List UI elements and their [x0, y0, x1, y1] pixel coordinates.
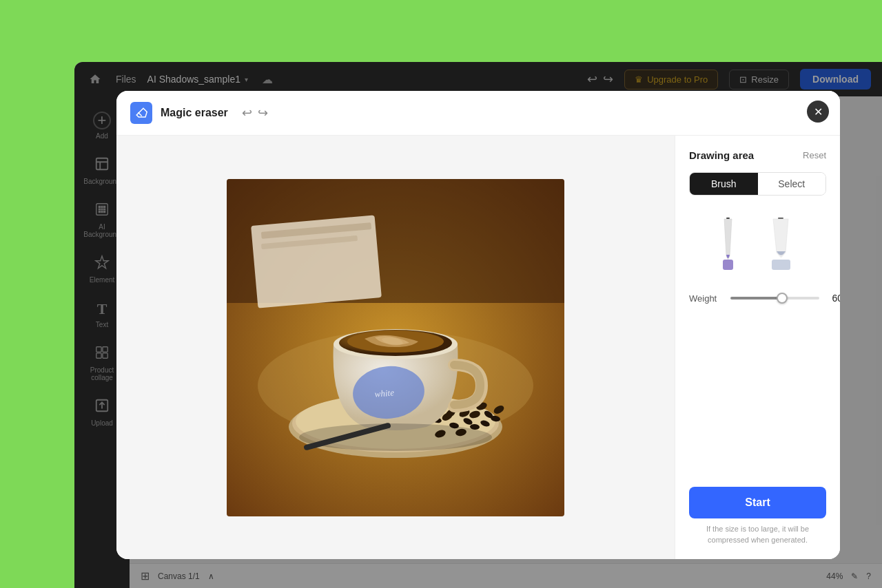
- weight-value: 60: [826, 293, 840, 304]
- select-button[interactable]: Select: [758, 173, 826, 195]
- svg-rect-44: [772, 260, 790, 270]
- modal-undo-button[interactable]: ↩: [242, 105, 252, 120]
- modal-body: white Drawing area Reset Brush Select: [116, 136, 840, 559]
- large-brush-preview[interactable]: [755, 215, 807, 273]
- large-brush-svg: [755, 215, 807, 273]
- image-container[interactable]: white: [227, 179, 564, 516]
- small-brush-svg: [709, 215, 747, 273]
- brush-button[interactable]: Brush: [690, 173, 758, 195]
- panel-spacer: [689, 315, 826, 476]
- close-icon: ✕: [814, 105, 823, 118]
- svg-rect-42: [723, 260, 733, 270]
- modal-undo-redo: ↩ ↪: [242, 105, 268, 120]
- coffee-image: white: [227, 179, 564, 516]
- reset-button[interactable]: Reset: [803, 150, 826, 160]
- small-brush-preview[interactable]: [709, 215, 747, 273]
- panel-note: If the size is too large, it will be com…: [689, 524, 826, 545]
- weight-row: Weight 60: [689, 293, 826, 304]
- modal-overlay: ✕ Magic eraser ↩ ↪: [74, 62, 882, 588]
- svg-rect-41: [726, 218, 730, 219]
- drawing-area-title: Drawing area: [689, 149, 754, 161]
- magic-eraser-modal: ✕ Magic eraser ↩ ↪: [116, 91, 840, 559]
- weight-slider[interactable]: [730, 297, 819, 300]
- start-button[interactable]: Start: [689, 487, 826, 518]
- magic-eraser-icon: [130, 102, 152, 124]
- modal-canvas: white: [116, 136, 675, 559]
- svg-point-37: [299, 423, 492, 451]
- modal-topbar: Magic eraser ↩ ↪: [116, 91, 840, 136]
- brush-select-toggle: Brush Select: [689, 172, 826, 196]
- brush-previews: [689, 207, 826, 282]
- modal-redo-button[interactable]: ↪: [258, 105, 268, 120]
- modal-right-panel: Drawing area Reset Brush Select: [675, 136, 840, 559]
- panel-header: Drawing area Reset: [689, 149, 826, 161]
- modal-close-button[interactable]: ✕: [807, 101, 829, 123]
- svg-rect-43: [778, 218, 783, 219]
- weight-label: Weight: [689, 293, 724, 304]
- app-window: Files AI Shadows_sample1 ▾ ☁ ↩ ↪ ♛ Upgra…: [74, 62, 882, 588]
- svg-text:white: white: [374, 387, 395, 399]
- modal-title: Magic eraser: [161, 107, 228, 119]
